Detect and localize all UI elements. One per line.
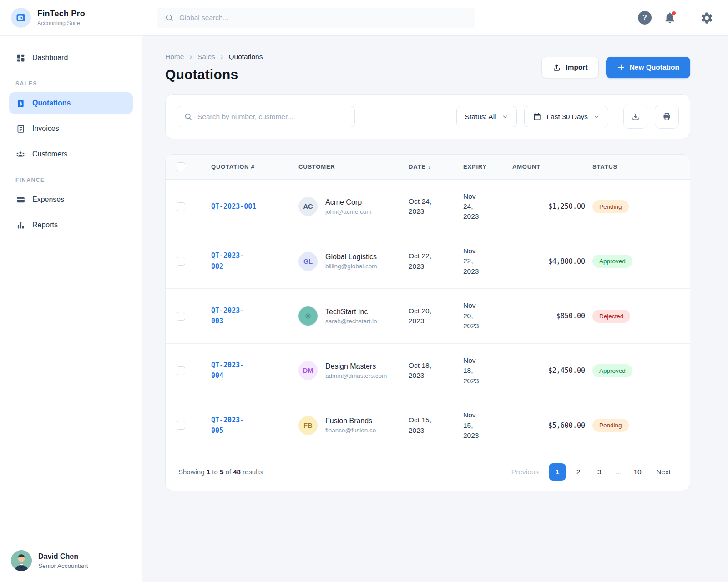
status-badge: Pending [592, 419, 629, 432]
main-content: Home › Sales › Quotations Quotations Imp… [142, 36, 728, 582]
table-row[interactable]: QT-2023-003 TechStart Inc sarah@techstar… [166, 289, 690, 343]
chevron-right-icon: › [189, 52, 192, 61]
quotation-number-link[interactable]: QT-2023-004 [211, 360, 291, 381]
sidebar-item-label: Reports [32, 221, 58, 229]
new-quotation-button[interactable]: New Quotation [606, 57, 690, 78]
invoice-receipt-icon [15, 124, 25, 134]
customer-email: billing@global.com [325, 263, 377, 270]
table-search[interactable] [177, 106, 355, 127]
column-header-date[interactable]: DATE↓ [409, 163, 456, 170]
gear-icon[interactable] [700, 11, 713, 25]
upload-icon [552, 63, 561, 72]
pagination-page-3[interactable]: 3 [591, 463, 608, 481]
print-icon [662, 112, 672, 121]
table-row[interactable]: QT-2023-001 AC Acme Corp john@acme.com O… [166, 180, 690, 234]
bell-icon[interactable] [663, 11, 676, 24]
global-search[interactable] [157, 8, 475, 28]
status-badge: Approved [592, 364, 632, 377]
download-button[interactable] [623, 105, 647, 129]
user-name: David Chen [38, 552, 88, 561]
sidebar-item-dashboard[interactable]: Dashboard [9, 47, 133, 69]
results-summary: Showing 1 to 5 of 48 results [178, 468, 263, 476]
customer-avatar: GL [298, 252, 318, 271]
pagination-page-10[interactable]: 10 [629, 463, 646, 481]
dashboard-icon [15, 53, 25, 63]
user-role: Senior Accountant [38, 562, 88, 569]
quotation-number-link[interactable]: QT-2023-001 [211, 201, 291, 212]
status-filter-dropdown[interactable]: Status: All [456, 106, 517, 127]
sort-desc-icon: ↓ [428, 163, 431, 170]
pagination: Previous 1 2 3 … 10 Next [505, 463, 677, 481]
breadcrumb-home[interactable]: Home [165, 53, 184, 61]
column-header-amount[interactable]: AMOUNT [512, 163, 585, 170]
expiry-cell: Nov 15, 2023 [463, 410, 505, 441]
reports-bars-icon [15, 220, 25, 230]
breadcrumb-sales[interactable]: Sales [197, 53, 215, 61]
select-all-checkbox[interactable] [177, 162, 185, 171]
wallet-icon [15, 12, 26, 23]
sidebar-item-expenses[interactable]: Expenses [9, 189, 133, 211]
calendar-icon [533, 112, 541, 121]
sidebar: FinTech Pro Accounting Suite Dashboard S… [0, 0, 142, 582]
topbar: ? [142, 0, 728, 36]
amount-cell: $5,600.00 [512, 421, 585, 430]
pagination-previous[interactable]: Previous [505, 468, 545, 476]
sidebar-section-sales: SALES [15, 80, 126, 87]
row-checkbox[interactable] [177, 257, 185, 266]
filter-divider [616, 109, 616, 125]
sidebar-item-quotations[interactable]: $ Quotations [9, 92, 133, 114]
date-range-dropdown[interactable]: Last 30 Days [524, 106, 608, 127]
column-header-status[interactable]: STATUS [592, 163, 679, 170]
global-search-input[interactable] [179, 14, 468, 22]
column-header-quotation[interactable]: QUOTATION # [211, 162, 291, 171]
table-footer: Showing 1 to 5 of 48 results Previous 1 … [166, 453, 690, 491]
date-cell: Oct 18, 2023 [409, 361, 456, 381]
table-row[interactable]: QT-2023-005 FB Fusion Brands finance@fus… [166, 398, 690, 452]
sidebar-item-label: Dashboard [32, 54, 68, 62]
help-icon[interactable]: ? [638, 11, 652, 25]
filter-bar: Status: All Last 30 Days [165, 94, 690, 139]
sidebar-item-reports[interactable]: Reports [9, 214, 133, 236]
row-checkbox[interactable] [177, 312, 185, 321]
breadcrumb: Home › Sales › Quotations [165, 52, 263, 61]
row-checkbox[interactable] [177, 421, 185, 430]
row-checkbox[interactable] [177, 202, 185, 211]
import-button[interactable]: Import [541, 57, 598, 78]
customer-avatar-image [298, 306, 318, 326]
customer-name: TechStart Inc [325, 308, 377, 316]
sidebar-item-label: Invoices [32, 125, 59, 133]
user-profile[interactable]: David Chen Senior Accountant [0, 539, 142, 582]
quotation-document-icon: $ [15, 98, 25, 108]
sidebar-item-customers[interactable]: Customers [9, 143, 133, 165]
quotation-number-link[interactable]: QT-2023-002 [211, 251, 291, 272]
search-icon [184, 112, 192, 121]
search-icon [165, 13, 174, 22]
row-checkbox[interactable] [177, 366, 185, 375]
print-button[interactable] [655, 105, 679, 129]
plus-icon [617, 63, 625, 71]
amount-cell: $4,800.00 [512, 257, 585, 266]
status-badge: Pending [592, 200, 629, 213]
pagination-page-2[interactable]: 2 [570, 463, 587, 481]
quotation-number-link[interactable]: QT-2023-005 [211, 415, 291, 436]
expiry-cell: Nov 22, 2023 [463, 246, 505, 276]
customer-email: john@acme.com [325, 208, 372, 215]
table-header-row: QUOTATION # CUSTOMER DATE↓ EXPIRY AMOUNT… [166, 155, 690, 180]
amount-cell: $850.00 [512, 312, 585, 320]
user-avatar [11, 550, 32, 571]
pagination-page-1[interactable]: 1 [549, 463, 566, 481]
sidebar-item-invoices[interactable]: Invoices [9, 118, 133, 140]
customer-name: Global Logistics [325, 253, 377, 261]
pagination-next[interactable]: Next [650, 468, 677, 476]
table-row[interactable]: QT-2023-004 DM Design Masters admin@dmas… [166, 344, 690, 398]
column-header-expiry[interactable]: EXPIRY [463, 163, 505, 170]
column-header-customer[interactable]: CUSTOMER [298, 163, 401, 170]
customers-people-icon [15, 149, 25, 159]
svg-text:$: $ [19, 101, 22, 106]
app-logo [11, 8, 31, 28]
notification-dot [672, 11, 676, 15]
table-row[interactable]: QT-2023-002 GL Global Logistics billing@… [166, 234, 690, 289]
table-search-input[interactable] [197, 113, 348, 121]
quotation-number-link[interactable]: QT-2023-003 [211, 306, 291, 327]
chevron-down-icon [593, 114, 600, 120]
